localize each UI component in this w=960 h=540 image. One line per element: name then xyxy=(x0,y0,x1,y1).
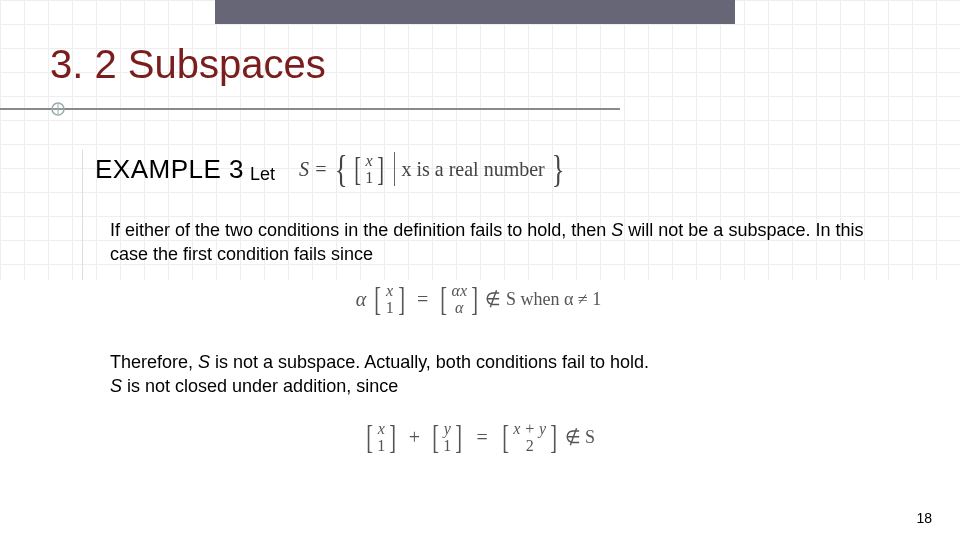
m1-vec1-bot: 1 xyxy=(386,299,394,316)
m2-vec3-top: x + y xyxy=(513,420,546,437)
side-guide-line xyxy=(82,150,83,280)
page-number: 18 xyxy=(916,510,932,526)
m2-vec3-bot: 2 xyxy=(526,437,534,454)
m1-vec2-bot: α xyxy=(455,299,463,316)
example-label: EXAMPLE 3 xyxy=(95,154,244,185)
bracket-left-icon: [ xyxy=(366,420,373,454)
paragraph-1: If either of the two conditions in the d… xyxy=(110,218,880,266)
m1-vec2-top: αx xyxy=(452,282,468,299)
bracket-left-icon: [ xyxy=(441,282,448,316)
slide-title: 3. 2 Subspaces xyxy=(50,42,326,87)
m2-vec1-top: x xyxy=(378,420,385,437)
bracket-right-icon: ] xyxy=(456,420,463,454)
vector-x-1: [ x 1 ] xyxy=(352,152,387,186)
m2-vec1-bot: 1 xyxy=(377,437,385,454)
alpha-1: α xyxy=(356,288,367,311)
vector-m1-right: [ αx α ] xyxy=(438,282,480,316)
m2-tail: ∉ S xyxy=(565,426,596,448)
bracket-left-icon: [ xyxy=(375,282,382,316)
m1-eq: = xyxy=(417,288,428,311)
m2-plus: + xyxy=(409,426,420,449)
vector-m2-a: [ x 1 ] xyxy=(364,420,399,454)
set-condition: x is a real number xyxy=(401,158,544,181)
s-equals: S = xyxy=(299,158,328,181)
m2-eq: = xyxy=(477,426,488,449)
p2-text-a: Therefore, xyxy=(110,352,198,372)
let-word: Let xyxy=(250,164,275,185)
vector-m2-c: [ x + y 2 ] xyxy=(500,420,560,454)
p2-S2: S xyxy=(110,376,122,396)
math-expr-2: [ x 1 ] + [ y 1 ] = [ x + y 2 ] ∉ S xyxy=(0,420,960,454)
set-definition: S = { [ x 1 ] x is a real number } xyxy=(299,150,567,188)
paragraph-2: Therefore, S is not a subspace. Actually… xyxy=(110,350,880,398)
vec-top: x xyxy=(366,152,373,169)
vector-m2-b: [ y 1 ] xyxy=(430,420,465,454)
example-heading-row: EXAMPLE 3 Let S = { [ x 1 ] x is a real … xyxy=(95,150,567,188)
bracket-left-icon: [ xyxy=(354,152,361,186)
p1-text-a: If either of the two conditions in the d… xyxy=(110,220,611,240)
brace-right-icon: } xyxy=(551,150,564,188)
brace-left-icon: { xyxy=(334,150,347,188)
bracket-right-icon: ] xyxy=(398,282,405,316)
m2-vec2-bot: 1 xyxy=(443,437,451,454)
bracket-right-icon: ] xyxy=(377,152,384,186)
bullet-icon xyxy=(50,101,66,117)
bracket-right-icon: ] xyxy=(390,420,397,454)
vector-m1-left: [ x 1 ] xyxy=(372,282,407,316)
p2-S1: S xyxy=(198,352,210,372)
bracket-left-icon: [ xyxy=(502,420,509,454)
bracket-right-icon: ] xyxy=(471,282,478,316)
bracket-right-icon: ] xyxy=(550,420,557,454)
math-expr-1: α [ x 1 ] = [ αx α ] ∉ S when α ≠ 1 xyxy=(0,282,960,316)
p1-S: S xyxy=(611,220,623,240)
vec-bot: 1 xyxy=(365,169,373,186)
m1-vec1-top: x xyxy=(386,282,393,299)
m1-tail: ∉ S when α ≠ 1 xyxy=(485,288,601,310)
p2-text-b: is not a subspace. Actually, both condit… xyxy=(210,352,649,372)
p2-text-c: is not closed under addition, since xyxy=(122,376,398,396)
bracket-left-icon: [ xyxy=(432,420,439,454)
set-divider-icon xyxy=(394,152,395,186)
title-underline xyxy=(0,108,620,110)
m2-vec2-top: y xyxy=(444,420,451,437)
top-banner xyxy=(215,0,735,24)
